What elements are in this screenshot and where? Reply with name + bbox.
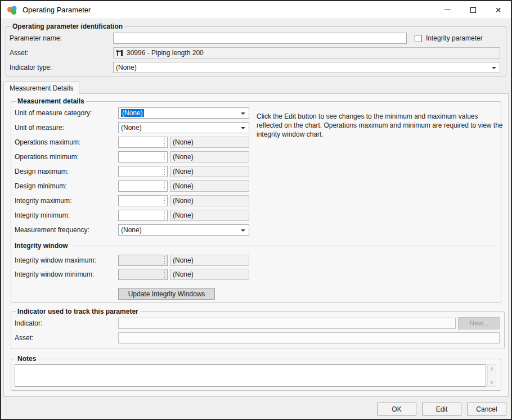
integrity-window-subheader: Integrity window (15, 238, 496, 253)
maximize-icon (470, 7, 476, 13)
integrity-minimum-input[interactable] (118, 210, 168, 221)
value-input[interactable] (119, 210, 163, 220)
minimize-button[interactable] (435, 1, 460, 19)
design-maximum-unit: (None) (170, 166, 249, 177)
title-bar: Operating Parameter ✕ (1, 1, 511, 19)
integrity-minimum-unit: (None) (170, 210, 249, 221)
value-input[interactable] (119, 152, 163, 162)
operating-parameter-dialog: Operating Parameter ✕ Operating paramete… (0, 0, 512, 420)
notes-wrap: ∧ ∨ (15, 364, 496, 387)
dropdown-arrow-icon (241, 229, 245, 234)
update-integrity-windows-button[interactable]: Update Integrity Windows (118, 288, 215, 300)
measurement-frequency-label: Measurement frequency: (15, 226, 118, 234)
operations-maximum-input[interactable] (118, 137, 168, 148)
integrity-window-maximum-row: Integrity window maximum: (None) (15, 253, 496, 267)
value-input[interactable] (119, 181, 163, 191)
dropdown-arrow-icon (241, 112, 245, 117)
unit-category-label: Unit of measure category: (15, 109, 118, 117)
integrity-window-maximum-input (118, 255, 168, 266)
tab-strip: Measurement Details (3, 81, 509, 93)
ok-button[interactable]: OK (377, 403, 416, 416)
value-input[interactable] (119, 166, 163, 177)
integrity-maximum-row: Integrity maximum: (None) (15, 193, 496, 208)
cancel-button[interactable]: Cancel (467, 403, 506, 416)
measurement-help-text: Click the Edit button to see changes to … (257, 112, 505, 139)
integrity-window-maximum-unit: (None) (170, 255, 249, 266)
spinner-icon[interactable] (163, 211, 166, 219)
window-controls: ✕ (435, 1, 511, 19)
integrity-window-minimum-label: Integrity window minimum: (15, 270, 118, 278)
integrity-maximum-input[interactable] (118, 195, 168, 206)
asset-row: Asset: 30996 - Piping length 200 (10, 46, 501, 60)
dropdown-arrow-icon (241, 127, 245, 132)
asset-value: 30996 - Piping length 200 (127, 49, 204, 57)
spinner-icon (163, 256, 166, 264)
update-integrity-row: Update Integrity Windows (15, 288, 496, 300)
indicator-input (118, 318, 456, 329)
design-maximum-row: Design maximum: (None) (15, 164, 496, 179)
scroll-up-icon[interactable]: ∧ (489, 366, 493, 372)
measurement-details-group: Measurement details Click the Edit butto… (11, 97, 501, 303)
measurement-frequency-dropdown[interactable]: (None) (118, 224, 249, 236)
operations-minimum-unit: (None) (170, 151, 249, 162)
parameter-name-input[interactable] (113, 33, 407, 44)
asset-label: Asset: (10, 49, 113, 57)
new-indicator-button: New... (458, 317, 500, 329)
integrity-maximum-label: Integrity maximum: (15, 197, 118, 205)
value-input[interactable] (119, 196, 163, 206)
indicator-group: Indicator used to track this parameter I… (11, 308, 505, 349)
parameter-name-row: Parameter name: Integrity parameter (10, 31, 501, 46)
edit-button[interactable]: Edit (422, 403, 461, 416)
indicator-label: Indicator: (15, 319, 118, 327)
integrity-minimum-label: Integrity minimum: (15, 211, 118, 219)
integrity-parameter-label: Integrity parameter (426, 34, 483, 42)
spinner-icon[interactable] (163, 168, 166, 175)
indicator-type-value: (None) (116, 64, 137, 71)
indicator-asset-row: Asset: (15, 331, 500, 345)
notes-group: Notes ∧ ∨ (11, 355, 501, 391)
indicator-type-dropdown[interactable]: (None) (113, 62, 500, 73)
unit-category-dropdown[interactable]: (None) (118, 107, 249, 119)
unit-label: Unit of measure: (15, 124, 118, 132)
parameter-name-label: Parameter name: (10, 34, 113, 42)
unit-category-value: (None) (121, 109, 144, 117)
integrity-window-legend: Integrity window (15, 242, 68, 250)
unit-value: (None) (121, 124, 142, 132)
integrity-window-minimum-unit: (None) (170, 269, 249, 280)
design-minimum-input[interactable] (118, 180, 168, 192)
window-title: Operating Parameter (23, 6, 91, 14)
scroll-down-icon[interactable]: ∨ (489, 380, 493, 385)
unit-dropdown[interactable]: (None) (118, 122, 249, 133)
integrity-window-maximum-label: Integrity window maximum: (15, 256, 118, 264)
integrity-parameter-checkbox[interactable] (415, 35, 422, 42)
maximize-button[interactable] (460, 1, 486, 19)
spinner-icon[interactable] (163, 182, 166, 190)
value-input[interactable] (119, 137, 163, 147)
indicator-type-label: Indicator type: (10, 64, 113, 71)
spinner-icon[interactable] (163, 197, 166, 205)
measurement-frequency-value: (None) (121, 226, 142, 234)
measurement-details-tabpage: Measurement details Click the Edit butto… (3, 93, 509, 397)
design-maximum-label: Design maximum: (15, 168, 118, 175)
dropdown-arrow-icon (492, 67, 496, 71)
indicator-group-legend: Indicator used to track this parameter (16, 308, 140, 315)
design-minimum-row: Design minimum: (None) (15, 179, 496, 193)
close-button[interactable]: ✕ (486, 1, 511, 19)
integrity-window-minimum-input (118, 269, 168, 280)
notes-textarea[interactable] (15, 364, 486, 387)
spinner-icon[interactable] (163, 153, 166, 161)
design-minimum-label: Design minimum: (15, 182, 118, 190)
notes-scrollbar[interactable]: ∧ ∨ (487, 364, 496, 387)
value-input (119, 255, 163, 265)
app-icon (7, 5, 18, 15)
tab-measurement-details[interactable]: Measurement Details (3, 82, 79, 94)
piping-asset-icon (116, 49, 124, 57)
design-maximum-input[interactable] (118, 166, 168, 177)
operations-minimum-input[interactable] (118, 151, 168, 162)
indicator-asset-label: Asset: (15, 334, 118, 342)
minimize-icon (444, 10, 451, 10)
spinner-icon[interactable] (163, 138, 166, 146)
operations-maximum-label: Operations maximum: (15, 138, 118, 146)
asset-field: 30996 - Piping length 200 (113, 47, 500, 58)
value-input (119, 269, 163, 279)
